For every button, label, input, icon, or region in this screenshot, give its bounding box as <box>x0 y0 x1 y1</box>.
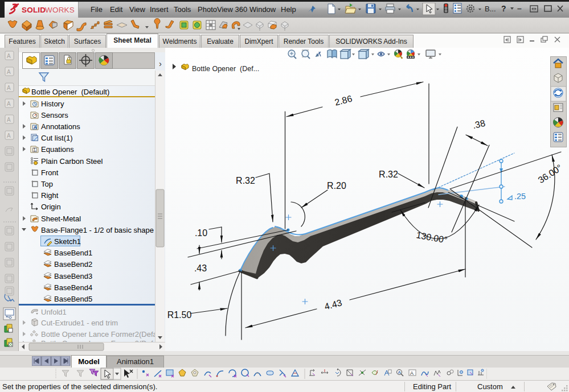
svg-text:R.32: R.32 <box>379 170 398 179</box>
svg-text:.10: .10 <box>195 228 207 238</box>
svg-text:130.00°: 130.00° <box>415 230 448 245</box>
svg-text:R.20: R.20 <box>327 181 346 191</box>
svg-text:SOLID: SOLID <box>22 6 46 14</box>
svg-text:A: A <box>398 370 402 375</box>
svg-text:.38: .38 <box>472 118 486 131</box>
svg-text:4.43: 4.43 <box>324 298 343 312</box>
svg-text:R.32: R.32 <box>236 176 255 185</box>
svg-text:R1.50: R1.50 <box>167 310 192 320</box>
svg-text:2.86: 2.86 <box>334 93 354 107</box>
svg-text:36.00°: 36.00° <box>537 163 564 185</box>
svg-text:.43: .43 <box>194 263 207 273</box>
svg-text:A: A <box>410 370 414 376</box>
svg-text:WORKS: WORKS <box>45 6 75 14</box>
svg-text:.25: .25 <box>514 192 526 201</box>
